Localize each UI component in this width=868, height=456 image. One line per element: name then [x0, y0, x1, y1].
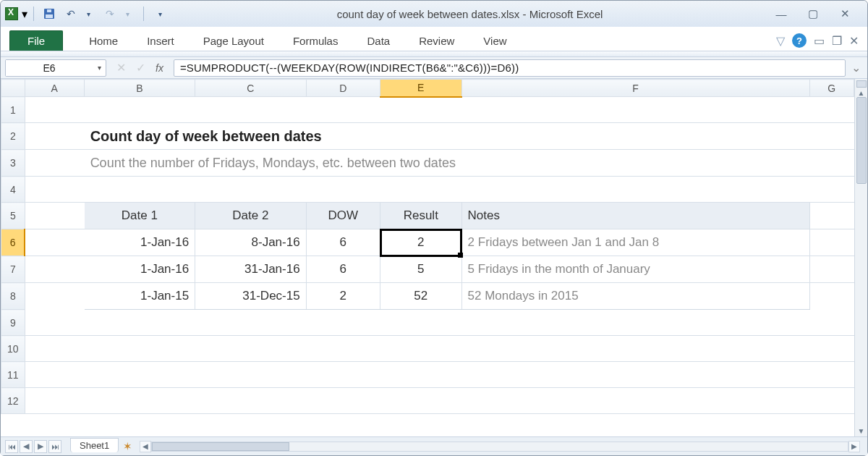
fx-icon[interactable]: fx	[156, 62, 163, 74]
row-header[interactable]: 5	[1, 203, 25, 229]
tab-insert[interactable]: Insert	[132, 31, 189, 51]
cell[interactable]: 52 Mondays in 2015	[462, 283, 809, 309]
cell[interactable]: 5	[380, 256, 461, 282]
tab-page-layout[interactable]: Page Layout	[189, 31, 278, 51]
doc-restore-icon[interactable]: ❐	[832, 34, 842, 48]
active-cell[interactable]: 2	[380, 229, 461, 256]
table-header: Date 2	[195, 203, 306, 229]
ribbon-tabs: File Home Insert Page Layout Formulas Da…	[1, 27, 867, 51]
app-window: ▾ ↶ ▾ ↷ ▾ ▾ count day of week between da…	[0, 0, 868, 456]
cancel-formula-icon[interactable]: ✕	[116, 61, 126, 75]
col-header-F[interactable]: F	[461, 80, 809, 97]
row-header[interactable]: 6	[1, 229, 25, 256]
cell[interactable]: 1-Jan-15	[85, 283, 195, 309]
maximize-icon[interactable]: ▢	[804, 7, 822, 20]
cell[interactable]: 8-Jan-16	[195, 229, 306, 256]
row-header[interactable]: 11	[1, 362, 25, 388]
cell[interactable]: 2 Fridays between Jan 1 and Jan 8	[462, 229, 809, 256]
svg-rect-1	[46, 14, 53, 18]
table-header: Notes	[462, 203, 809, 229]
cell[interactable]: 6	[307, 256, 380, 282]
close-icon[interactable]: ✕	[835, 7, 854, 20]
doc-close-icon[interactable]: ✕	[849, 34, 859, 48]
cell[interactable]: 52	[380, 283, 461, 309]
cell[interactable]: 2	[307, 283, 380, 309]
row-header[interactable]: 7	[1, 256, 25, 283]
row-header[interactable]: 3	[1, 150, 25, 177]
table-header: Date 1	[85, 203, 195, 229]
next-sheet-icon[interactable]: ▶	[34, 440, 47, 453]
formula-bar-row: ▾ ✕ ✓ fx ⌄	[1, 57, 867, 79]
help-icon[interactable]: ?	[792, 33, 807, 48]
scroll-right-icon[interactable]: ▶	[848, 441, 860, 452]
col-header-G[interactable]: G	[809, 80, 854, 97]
row-header[interactable]: 8	[1, 283, 25, 310]
save-icon[interactable]	[41, 6, 57, 22]
status-bar: ⏮ ◀ ▶ ⏭ Sheet1 ✶ ◀ ▶	[1, 436, 867, 455]
formula-input[interactable]	[174, 59, 846, 77]
sheet-nav[interactable]: ⏮ ◀ ▶ ⏭	[1, 440, 66, 453]
col-header-C[interactable]: C	[195, 80, 307, 97]
ribbon-collapsed-strip	[1, 51, 867, 57]
sheet-title: Count day of week between dates	[85, 123, 854, 149]
doc-minimize-icon[interactable]: ▭	[814, 34, 825, 48]
column-headers[interactable]: A B C D E F G	[1, 80, 854, 97]
minimize-icon[interactable]: —	[772, 7, 791, 20]
select-all-corner[interactable]	[1, 80, 25, 97]
col-header-D[interactable]: D	[306, 80, 380, 97]
tab-data[interactable]: Data	[352, 31, 404, 51]
formula-bar-expand-icon[interactable]: ⌄	[848, 61, 863, 75]
prev-sheet-icon[interactable]: ◀	[20, 440, 33, 453]
row-header[interactable]: 10	[1, 336, 25, 362]
window-title: count day of week between dates.xlsx - M…	[168, 8, 772, 20]
ribbon-minimize-icon[interactable]: ▽	[776, 34, 785, 48]
vertical-scrollbar[interactable]: ▲ ▼	[854, 79, 867, 436]
cell[interactable]: 1-Jan-16	[85, 229, 195, 256]
first-sheet-icon[interactable]: ⏮	[5, 440, 18, 453]
app-menu-dropdown[interactable]: ▾	[20, 7, 29, 21]
row-header[interactable]: 1	[1, 97, 25, 123]
split-handle[interactable]	[856, 80, 867, 88]
enter-formula-icon[interactable]: ✓	[136, 61, 145, 75]
scroll-left-icon[interactable]: ◀	[140, 441, 151, 452]
name-box-dropdown[interactable]: ▾	[93, 64, 106, 72]
worksheet[interactable]: A B C D E F G 1 2 Count day of week betw…	[1, 79, 854, 436]
cell[interactable]: 5 Fridays in the month of January	[462, 256, 809, 282]
tab-formulas[interactable]: Formulas	[278, 31, 353, 51]
tab-view[interactable]: View	[469, 31, 521, 51]
row-header[interactable]: 9	[1, 310, 25, 336]
scrollbar-thumb[interactable]	[152, 442, 289, 451]
titlebar: ▾ ↶ ▾ ↷ ▾ ▾ count day of week between da…	[1, 1, 867, 27]
redo-icon[interactable]: ↷	[102, 6, 118, 22]
row-header[interactable]: 4	[1, 177, 25, 203]
cell[interactable]: 6	[307, 229, 380, 256]
cell[interactable]: 31-Dec-15	[195, 283, 306, 309]
last-sheet-icon[interactable]: ⏭	[48, 440, 61, 453]
svg-rect-2	[47, 9, 51, 12]
row-header[interactable]: 2	[1, 123, 25, 150]
scroll-up-icon[interactable]: ▲	[858, 89, 865, 97]
redo-dropdown[interactable]: ▾	[119, 6, 135, 22]
col-header-A[interactable]: A	[25, 80, 84, 97]
scrollbar-thumb[interactable]	[856, 97, 867, 184]
undo-icon[interactable]: ↶	[63, 6, 79, 22]
scroll-down-icon[interactable]: ▼	[858, 427, 865, 435]
sheet-tab[interactable]: Sheet1	[70, 438, 119, 452]
col-header-E[interactable]: E	[380, 80, 462, 97]
qat-customize-dropdown[interactable]: ▾	[152, 6, 168, 22]
undo-dropdown[interactable]: ▾	[80, 6, 96, 22]
horizontal-scrollbar[interactable]: ◀ ▶	[140, 441, 860, 452]
name-box[interactable]	[6, 60, 93, 76]
table-header: DOW	[307, 203, 380, 229]
excel-icon	[5, 7, 18, 20]
new-sheet-icon[interactable]: ✶	[123, 440, 132, 453]
file-tab[interactable]: File	[9, 30, 63, 51]
cell[interactable]: 31-Jan-16	[195, 256, 306, 282]
tab-review[interactable]: Review	[404, 31, 469, 51]
col-header-B[interactable]: B	[84, 80, 195, 97]
table-header: Result	[380, 203, 461, 229]
cell[interactable]: 1-Jan-16	[85, 256, 195, 282]
row-header[interactable]: 12	[1, 388, 25, 414]
sheet-subtitle: Count the number of Fridays, Mondays, et…	[85, 150, 854, 176]
tab-home[interactable]: Home	[75, 31, 132, 51]
